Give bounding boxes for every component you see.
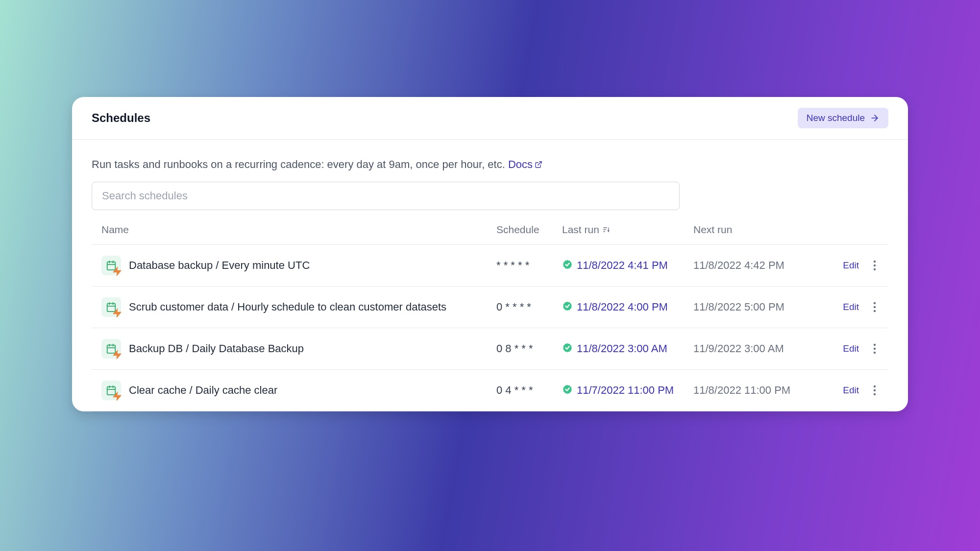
lastrun-link[interactable]: 11/8/2022 4:41 PM (577, 259, 668, 272)
column-edit (826, 224, 865, 236)
description-body: Run tasks and runbooks on a recurring ca… (92, 158, 508, 170)
table-row: Clear cache / Daily cache clear0 4 * * *… (92, 370, 888, 411)
column-more (865, 224, 884, 236)
more-menu-button[interactable] (865, 342, 884, 356)
lastrun-cell: 11/8/2022 3:00 AM (562, 342, 693, 355)
schedules-card: Schedules New schedule Run tasks and run… (72, 97, 908, 411)
svg-point-19 (874, 302, 876, 304)
docs-link[interactable]: Docs (508, 158, 542, 171)
svg-point-21 (874, 310, 876, 312)
schedule-cron: 0 4 * * * (496, 384, 562, 397)
more-menu-button[interactable] (865, 259, 884, 272)
svg-marker-18 (113, 309, 122, 317)
calendar-icon (101, 297, 121, 317)
schedule-name: Backup DB / Daily Database Backup (129, 342, 304, 355)
new-schedule-button[interactable]: New schedule (798, 108, 888, 128)
table-header: Name Schedule Last run Next run (92, 224, 888, 245)
sort-descending-icon (602, 226, 610, 234)
lastrun-link[interactable]: 11/8/2022 4:00 PM (577, 301, 668, 313)
name-cell[interactable]: Backup DB / Daily Database Backup (101, 339, 496, 359)
svg-point-29 (874, 352, 876, 354)
svg-point-13 (874, 268, 876, 270)
lastrun-cell: 11/8/2022 4:00 PM (562, 301, 693, 313)
calendar-icon (101, 339, 121, 359)
svg-point-35 (874, 385, 876, 387)
svg-marker-34 (113, 392, 122, 401)
nextrun-text: 11/9/2022 3:00 AM (693, 342, 826, 355)
docs-label: Docs (508, 158, 533, 171)
content-area: Run tasks and runbooks on a recurring ca… (72, 140, 908, 411)
schedule-cron: * * * * * (496, 259, 562, 272)
schedule-name: Clear cache / Daily cache clear (129, 384, 277, 397)
search-input[interactable] (92, 182, 680, 210)
calendar-icon (101, 381, 121, 400)
schedule-cron: 0 8 * * * (496, 342, 562, 355)
table-body: Database backup / Every minute UTC* * * … (92, 245, 888, 411)
calendar-icon (101, 256, 121, 275)
name-cell[interactable]: Database backup / Every minute UTC (101, 256, 496, 275)
lastrun-cell: 11/8/2022 4:41 PM (562, 259, 693, 272)
svg-point-20 (874, 306, 876, 308)
edit-link[interactable]: Edit (826, 260, 865, 271)
schedules-table: Name Schedule Last run Next run Database… (92, 224, 888, 411)
search-container (92, 182, 888, 210)
success-check-icon (562, 301, 573, 313)
more-menu-button[interactable] (865, 300, 884, 314)
svg-point-27 (874, 344, 876, 346)
description-text: Run tasks and runbooks on a recurring ca… (92, 158, 888, 171)
schedule-name: Scrub customer data / Hourly schedule to… (129, 301, 446, 313)
schedule-name: Database backup / Every minute UTC (129, 259, 310, 272)
arrow-right-icon (870, 113, 880, 123)
column-nextrun[interactable]: Next run (693, 224, 826, 236)
card-header: Schedules New schedule (72, 97, 908, 140)
more-menu-button[interactable] (865, 383, 884, 397)
edit-link[interactable]: Edit (826, 385, 865, 396)
nextrun-text: 11/8/2022 11:00 PM (693, 384, 826, 397)
name-cell[interactable]: Scrub customer data / Hourly schedule to… (101, 297, 496, 317)
svg-point-36 (874, 389, 876, 391)
success-check-icon (562, 259, 573, 272)
table-row: Scrub customer data / Hourly schedule to… (92, 287, 888, 328)
lastrun-cell: 11/7/2022 11:00 PM (562, 384, 693, 397)
page-title: Schedules (92, 111, 150, 125)
svg-marker-26 (113, 350, 122, 359)
success-check-icon (562, 384, 573, 397)
column-lastrun[interactable]: Last run (562, 224, 693, 236)
external-link-icon (535, 161, 542, 168)
lastrun-link[interactable]: 11/8/2022 3:00 AM (577, 342, 667, 355)
edit-link[interactable]: Edit (826, 302, 865, 312)
svg-line-1 (538, 162, 541, 165)
name-cell[interactable]: Clear cache / Daily cache clear (101, 381, 496, 400)
svg-point-37 (874, 393, 876, 395)
edit-link[interactable]: Edit (826, 343, 865, 354)
svg-point-28 (874, 348, 876, 350)
svg-marker-10 (113, 267, 122, 276)
table-row: Backup DB / Daily Database Backup0 8 * *… (92, 328, 888, 370)
svg-point-11 (874, 261, 876, 263)
new-schedule-label: New schedule (807, 113, 865, 123)
success-check-icon (562, 342, 573, 355)
svg-point-12 (874, 264, 876, 266)
table-row: Database backup / Every minute UTC* * * … (92, 245, 888, 287)
lastrun-link[interactable]: 11/7/2022 11:00 PM (577, 384, 674, 397)
schedule-cron: 0 * * * * (496, 301, 562, 313)
nextrun-text: 11/8/2022 4:42 PM (693, 259, 826, 272)
column-name[interactable]: Name (101, 224, 496, 236)
nextrun-text: 11/8/2022 5:00 PM (693, 301, 826, 313)
column-schedule[interactable]: Schedule (496, 224, 562, 236)
column-lastrun-label: Last run (562, 224, 599, 236)
